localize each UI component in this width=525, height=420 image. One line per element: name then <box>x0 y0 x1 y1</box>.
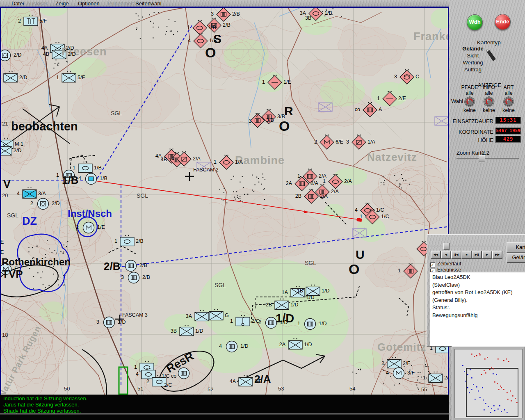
enemy-unit-symbol[interactable] <box>218 154 235 171</box>
friendly-unit-symbol[interactable] <box>151 374 167 390</box>
anzeige-option-keine[interactable]: keine <box>498 107 519 113</box>
friendly-unit-symbol[interactable] <box>208 308 224 324</box>
enemy-unit-symbol[interactable] <box>308 7 324 22</box>
friendly-unit-symbol[interactable] <box>0 261 14 277</box>
simulation-screen: FreesenFrankeRambineNatzevitzGotemitzNat… <box>0 0 525 420</box>
play-backward-button[interactable]: ◀ <box>441 251 451 259</box>
anzeige-option-alle[interactable]: alle <box>498 90 519 96</box>
minimap-panel <box>452 346 525 420</box>
log-line: getroffen von Rot Leo2A5DK (KE) <box>432 289 524 297</box>
anzeige-option-keine[interactable]: keine <box>459 107 480 113</box>
menu-auslser: Auslöser <box>27 0 48 7</box>
enemy-unit-symbol[interactable] <box>192 33 209 49</box>
destroyed-unit-symbol[interactable] <box>196 158 212 175</box>
friendly-unit-symbol[interactable] <box>126 269 142 286</box>
knob-icon <box>464 96 475 107</box>
timeline-slider-thumb[interactable] <box>443 243 450 250</box>
friendly-unit-symbol[interactable] <box>0 47 13 64</box>
enemy-unit-symbol[interactable] <box>362 102 378 118</box>
friendly-unit-symbol[interactable] <box>2 70 19 86</box>
kartentyp-option-wertung[interactable]: Wertung <box>456 59 490 66</box>
anzeige-option-keine[interactable]: keine <box>478 107 500 113</box>
minimap[interactable] <box>454 349 523 418</box>
friendly-unit-symbol[interactable] <box>83 171 99 187</box>
menu-optionen[interactable]: Optionen <box>78 0 100 7</box>
view-button-gelnde[interactable]: Gelände <box>507 253 525 263</box>
friendly-unit-symbol[interactable] <box>235 313 251 330</box>
destroyed-unit-symbol[interactable] <box>434 113 449 129</box>
anzeige-option-alle[interactable]: alle <box>459 90 480 96</box>
kartentyp-option-auftrag[interactable]: Auftrag <box>456 66 490 73</box>
enemy-unit-symbol[interactable] <box>303 188 320 205</box>
friendly-unit-symbol[interactable] <box>390 365 407 381</box>
friendly-unit-symbol[interactable] <box>51 46 67 63</box>
friendly-unit-symbol[interactable] <box>0 143 13 159</box>
session-message: Shady hat die Sitzung verlassen. <box>3 408 81 414</box>
ende-button[interactable]: Ende <box>495 14 511 30</box>
anzeige-knob-pfade[interactable] <box>459 96 480 107</box>
friendly-unit-symbol[interactable] <box>305 283 321 299</box>
playback-panel: ◀◀◀▮◀■▶▮▶▶▶ KarteGelände ✓Zeitverlauf✓Er… <box>427 234 525 347</box>
map-canvas <box>0 7 449 395</box>
friendly-unit-symbol[interactable] <box>61 70 77 86</box>
friendly-unit-symbol[interactable] <box>119 233 135 250</box>
friendly-unit-symbol[interactable] <box>101 314 117 331</box>
play-button[interactable]: ▶ <box>482 251 492 259</box>
anzeige-column-art: ARTallekeine <box>498 84 519 113</box>
friendly-unit-symbol[interactable] <box>263 315 279 331</box>
menu-seitenwahl[interactable]: Seitenwahl <box>135 0 162 7</box>
map-zoom-slider-track[interactable] <box>457 158 519 159</box>
step-forward-button[interactable]: ▶▮ <box>472 251 482 259</box>
friendly-unit-symbol[interactable] <box>194 308 210 325</box>
kartentyp-title: Kartentyp <box>477 39 501 46</box>
anzeige-option-alle[interactable]: alle <box>478 90 500 96</box>
anzeige-knob-info[interactable] <box>478 96 500 107</box>
session-message: Jarus hat die Sitzung verlassen. <box>3 402 79 408</box>
friendly-unit-symbol[interactable] <box>237 374 254 390</box>
anzeige-column-pfade: PFADEallekeine <box>459 84 480 113</box>
friendly-unit-symbol[interactable] <box>80 219 97 236</box>
readout-label-0: EINSATZDAUER <box>452 118 493 124</box>
destroyed-unit-symbol[interactable] <box>351 225 368 241</box>
tactical-map[interactable]: FreesenFrankeRambineNatzevitzGotemitzNat… <box>0 7 449 395</box>
friendly-unit-symbol[interactable] <box>290 285 306 301</box>
kartentyp-option-gelnde[interactable]: Gelände <box>456 45 490 52</box>
friendly-unit-symbol[interactable] <box>176 365 192 381</box>
step-back-button[interactable]: ▮◀ <box>451 251 461 259</box>
enemy-unit-symbol[interactable] <box>260 109 277 125</box>
menu-datei[interactable]: Datei <box>11 0 24 7</box>
destroyed-unit-symbol[interactable] <box>317 99 333 115</box>
enemy-unit-symbol[interactable] <box>399 69 415 85</box>
friendly-unit-symbol[interactable] <box>224 338 240 355</box>
anzeige-knob-art[interactable] <box>498 96 519 107</box>
stop-button[interactable]: ■ <box>461 251 472 259</box>
log-line: Bewegungsunfähig <box>432 312 524 320</box>
friendly-unit-symbol[interactable] <box>274 297 290 313</box>
enemy-unit-symbol[interactable] <box>206 17 222 34</box>
friendly-unit-symbol[interactable] <box>302 316 318 332</box>
enemy-unit-symbol[interactable] <box>176 151 192 167</box>
friendly-unit-symbol[interactable] <box>287 337 304 353</box>
menu-zeige[interactable]: Zeige <box>55 0 69 7</box>
enemy-unit-symbol[interactable] <box>319 134 335 151</box>
rewind-button[interactable]: ◀◀ <box>431 251 441 259</box>
friendly-unit-symbol[interactable] <box>35 196 51 212</box>
anzeige-column-info: INFOallekeine <box>478 84 500 113</box>
enemy-unit-symbol[interactable] <box>267 74 283 91</box>
session-message: Induction hat die Sitzung verlassen. <box>3 395 87 402</box>
friendly-unit-symbol[interactable] <box>23 13 39 30</box>
map-border-top <box>0 7 449 8</box>
wdh-button[interactable]: Wdh <box>467 14 483 30</box>
friendly-unit-symbol[interactable] <box>427 370 444 386</box>
fast-forward-button[interactable]: ▶▶ <box>492 251 502 259</box>
friendly-unit-symbol[interactable] <box>178 323 195 340</box>
map-zoom-slider-thumb[interactable] <box>479 155 485 162</box>
enemy-unit-symbol[interactable] <box>381 91 398 107</box>
timeline-slider-track[interactable] <box>430 246 503 247</box>
enemy-unit-symbol[interactable] <box>364 209 381 225</box>
enemy-unit-symbol[interactable] <box>402 263 419 279</box>
enemy-unit-symbol[interactable] <box>351 134 367 151</box>
view-button-karte[interactable]: Karte <box>507 242 525 253</box>
friendly-unit-symbol[interactable] <box>61 167 77 184</box>
kartentyp-option-sicht[interactable]: Sicht <box>456 52 490 59</box>
